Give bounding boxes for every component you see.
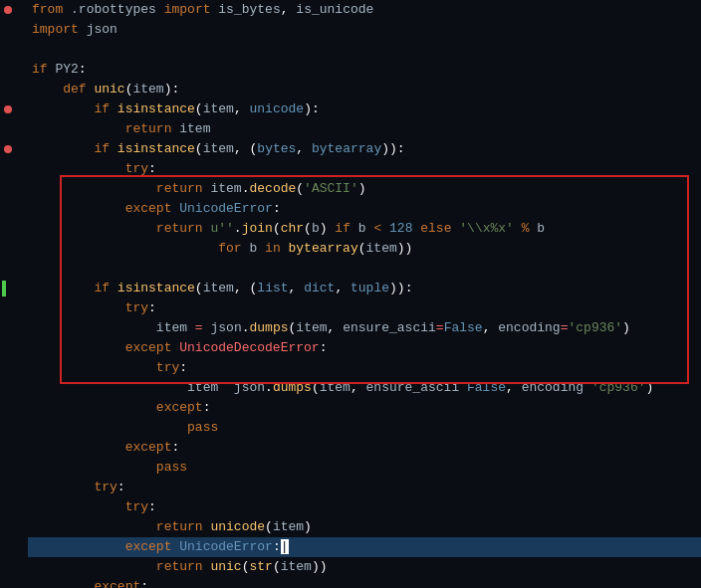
line-content-5: def unic(item): [28,80,701,99]
gutter-18 [0,338,28,358]
code-line-20: item json.dumps(item, ensure_ascii False… [0,378,701,398]
code-line-13: for b in bytearray(item)) [0,239,701,259]
code-line-6: if isinstance(item, unicode): [0,99,701,119]
code-line-5: def unic(item): [0,80,701,99]
code-line-17: item = json.dumps(item, ensure_ascii=Fal… [0,318,701,338]
line-content-7: return item [28,119,701,139]
line-content-16: try: [28,298,701,318]
code-line-14 [0,259,701,279]
line-content-9: try: [28,159,701,179]
line-content-8: if isinstance(item, (bytes, bytearray)): [28,139,701,159]
gutter-15 [0,279,28,298]
line-content-15: if isinstance(item, (list, dict, tuple))… [28,279,701,298]
gutter-14 [0,259,28,279]
breakpoint-1 [4,6,12,14]
gutter-17 [0,318,28,338]
line-content-26: try: [28,497,701,517]
gutter-19 [0,358,28,378]
code-line-8: if isinstance(item, (bytes, bytearray)): [0,139,701,159]
code-editor: from .robottypes import is_bytes, is_uni… [0,0,701,588]
code-line-3 [0,40,701,60]
gutter-12 [0,219,28,239]
code-line-11: except UnicodeError: [0,199,701,219]
line-content-27: return unicode(item) [28,517,701,537]
line-content-19: try: [28,358,701,378]
code-line-26: try: [0,497,701,517]
code-line-10: return item.decode('ASCII') [0,179,701,199]
gutter-29 [0,557,28,577]
line-content-2: import json [28,20,701,40]
line-content-29: return unic(str(item)) [28,557,701,577]
code-line-4: if PY2: [0,60,701,80]
gutter-9 [0,159,28,179]
line-content-23: except: [28,438,701,458]
gutter-30 [0,577,28,588]
line-content-25: try: [28,478,701,497]
gutter-3 [0,40,28,60]
code-line-28: except UnicodeError:| [0,537,701,557]
gutter-24 [0,458,28,478]
code-line-27: return unicode(item) [0,517,701,537]
line-content-3 [28,40,701,60]
gutter-20 [0,378,28,398]
line-content-18: except UnicodeDecodeError: [28,338,701,358]
green-marker-15 [2,281,6,296]
code-line-30: except: [0,577,701,588]
line-content-21: except: [28,398,701,418]
line-content-12: return u''.join(chr(b) if b < 128 else '… [28,219,701,239]
gutter-4 [0,60,28,80]
breakpoint-8 [4,145,12,153]
gutter-6 [0,99,28,119]
line-content-4: if PY2: [28,60,701,80]
code-line-16: try: [0,298,701,318]
code-line-25: try: [0,478,701,497]
line-content-1: from .robottypes import is_bytes, is_uni… [28,0,701,20]
line-content-20: item json.dumps(item, ensure_ascii False… [28,378,701,398]
code-line-7: return item [0,119,701,139]
code-line-19: try: [0,358,701,378]
code-line-29: return unic(str(item)) [0,557,701,577]
gutter-8 [0,139,28,159]
code-line-9: try: [0,159,701,179]
gutter-21 [0,398,28,418]
gutter-28 [0,537,28,557]
code-line-18: except UnicodeDecodeError: [0,338,701,358]
gutter-10 [0,179,28,199]
gutter-22 [0,418,28,438]
line-content-17: item = json.dumps(item, ensure_ascii=Fal… [28,318,701,338]
gutter-11 [0,199,28,219]
gutter-5 [0,80,28,99]
code-line-22: pass [0,418,701,438]
gutter-23 [0,438,28,458]
line-content-28: except UnicodeError:| [28,537,701,557]
code-line-21: except: [0,398,701,418]
gutter-16 [0,298,28,318]
line-content-22: pass [28,418,701,438]
breakpoint-6 [4,105,12,113]
line-content-13: for b in bytearray(item)) [28,239,701,259]
line-content-11: except UnicodeError: [28,199,701,219]
line-content-6: if isinstance(item, unicode): [28,99,701,119]
line-content-10: return item.decode('ASCII') [28,179,701,199]
gutter-1 [0,0,28,20]
line-content-24: pass [28,458,701,478]
gutter-26 [0,497,28,517]
code-line-1: from .robottypes import is_bytes, is_uni… [0,0,701,20]
gutter-7 [0,119,28,139]
code-line-15: if isinstance(item, (list, dict, tuple))… [0,279,701,298]
gutter-2 [0,20,28,40]
code-line-2: import json [0,20,701,40]
gutter-25 [0,478,28,497]
code-line-23: except: [0,438,701,458]
line-content-30: except: [28,577,701,588]
line-content-14 [28,259,701,279]
code-line-12: return u''.join(chr(b) if b < 128 else '… [0,219,701,239]
code-line-24: pass [0,458,701,478]
gutter-13 [0,239,28,259]
gutter-27 [0,517,28,537]
